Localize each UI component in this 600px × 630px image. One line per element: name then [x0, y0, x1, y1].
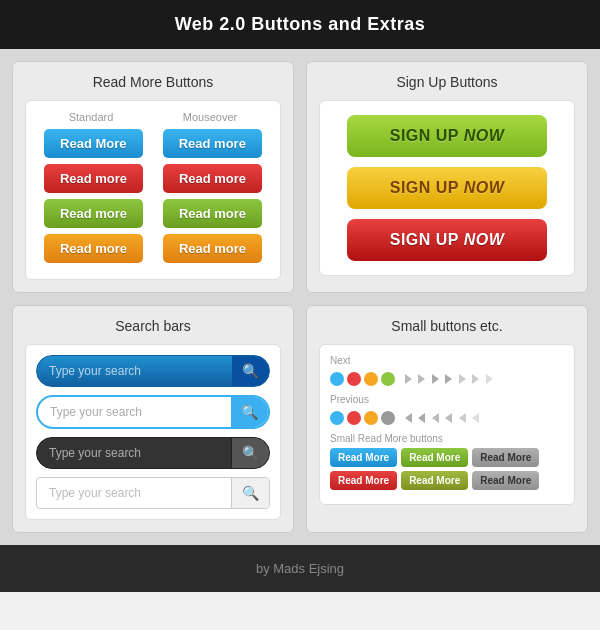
small-rm-btn-3[interactable]: Read More — [472, 448, 539, 467]
small-rm-row-1: Read More Read More Read More — [330, 448, 564, 467]
arrows-next-group — [404, 370, 494, 388]
rm-row-4: Read more Read more — [34, 234, 272, 263]
small-rm-btn-1[interactable]: Read More — [330, 448, 397, 467]
dot-gray-prev[interactable] — [381, 411, 395, 425]
arrow-prev-6[interactable] — [472, 413, 479, 423]
small-inner: Next Previous — [319, 344, 575, 505]
small-rm-label: Small Read More buttons — [330, 433, 564, 444]
arrow-prev-1[interactable] — [405, 413, 412, 423]
read-more-title: Read More Buttons — [25, 74, 281, 90]
search-btn-blue-light[interactable]: 🔍 — [231, 397, 268, 427]
arrow-next-3[interactable] — [432, 374, 439, 384]
rm-btn-orange-std[interactable]: Read more — [44, 234, 143, 263]
arrow-next-1[interactable] — [405, 374, 412, 384]
prev-label: Previous — [330, 394, 564, 405]
search-btn-blue-dark[interactable]: 🔍 — [232, 356, 269, 386]
signup-red-pre: SIGN UP — [390, 231, 459, 248]
rm-btn-red-std[interactable]: Read more — [44, 164, 143, 193]
small-rm-btn-5[interactable]: Read More — [401, 471, 468, 490]
page-title: Web 2.0 Buttons and Extras — [175, 14, 426, 34]
small-rm-btn-6[interactable]: Read More — [472, 471, 539, 490]
rm-btn-green-over[interactable]: Read more — [163, 199, 262, 228]
search-input-blue-light[interactable] — [38, 398, 231, 426]
small-buttons-title: Small buttons etc. — [319, 318, 575, 334]
rm-column-headers: Standard Mouseover — [34, 111, 272, 123]
small-rm-btn-4[interactable]: Read More — [330, 471, 397, 490]
dot-green[interactable] — [381, 372, 395, 386]
search-title: Search bars — [25, 318, 281, 334]
signup-btn-red[interactable]: SIGN UP NOW — [347, 219, 547, 261]
signup-yellow-now: NOW — [464, 179, 505, 196]
search-bar-blue-dark: 🔍 — [36, 355, 270, 387]
arrow-prev-5[interactable] — [459, 413, 466, 423]
signup-btn-yellow[interactable]: SIGN UP NOW — [347, 167, 547, 209]
search-bar-black: 🔍 — [36, 437, 270, 469]
signup-green-pre: SIGN UP — [390, 127, 459, 144]
rm-btn-orange-over[interactable]: Read more — [163, 234, 262, 263]
small-rm-btn-2[interactable]: Read More — [401, 448, 468, 467]
signup-green-now: NOW — [464, 127, 505, 144]
rm-btn-blue-std[interactable]: Read More — [44, 129, 142, 158]
rm-btn-green-std[interactable]: Read more — [44, 199, 143, 228]
arrow-prev-3[interactable] — [432, 413, 439, 423]
arrow-prev-2[interactable] — [418, 413, 425, 423]
signup-red-now: NOW — [464, 231, 505, 248]
signup-inner: SIGN UP NOW SIGN UP NOW SIGN UP NOW — [319, 100, 575, 276]
small-rm-row-2: Read More Read More Read More — [330, 471, 564, 490]
search-input-blue-dark[interactable] — [37, 357, 232, 385]
rm-btn-red-over[interactable]: Read more — [163, 164, 262, 193]
read-more-inner: Standard Mouseover Read More Read more R… — [25, 100, 281, 280]
dot-cyan[interactable] — [330, 372, 344, 386]
arrow-next-2[interactable] — [418, 374, 425, 384]
signup-btn-green[interactable]: SIGN UP NOW — [347, 115, 547, 157]
arrow-next-5[interactable] — [459, 374, 466, 384]
arrow-next-7[interactable] — [486, 374, 493, 384]
dot-cyan-prev[interactable] — [330, 411, 344, 425]
search-panel: Search bars 🔍 🔍 🔍 🔍 — [12, 305, 294, 533]
footer-text: by Mads Ejsing — [256, 561, 344, 576]
dot-orange[interactable] — [364, 372, 378, 386]
read-more-panel: Read More Buttons Standard Mouseover Rea… — [12, 61, 294, 293]
dot-red[interactable] — [347, 372, 361, 386]
arrows-prev-group — [404, 409, 480, 427]
signup-panel: Sign Up Buttons SIGN UP NOW SIGN UP NOW … — [306, 61, 588, 293]
search-btn-black[interactable]: 🔍 — [231, 438, 269, 468]
mouseover-label: Mouseover — [183, 111, 237, 123]
dot-red-prev[interactable] — [347, 411, 361, 425]
search-inner: 🔍 🔍 🔍 🔍 — [25, 344, 281, 520]
rm-btn-blue-over[interactable]: Read more — [163, 129, 262, 158]
rm-row-2: Read more Read more — [34, 164, 272, 193]
search-bar-blue-light: 🔍 — [36, 395, 270, 429]
rm-row-3: Read more Read more — [34, 199, 272, 228]
page-header: Web 2.0 Buttons and Extras — [0, 0, 600, 49]
small-buttons-panel: Small buttons etc. Next — [306, 305, 588, 533]
search-input-black[interactable] — [37, 439, 231, 467]
search-input-plain[interactable] — [37, 479, 231, 507]
dot-orange-prev[interactable] — [364, 411, 378, 425]
arrow-next-6[interactable] — [472, 374, 479, 384]
arrow-next-4[interactable] — [445, 374, 452, 384]
standard-label: Standard — [69, 111, 114, 123]
next-label: Next — [330, 355, 564, 366]
main-content: Read More Buttons Standard Mouseover Rea… — [0, 49, 600, 545]
signup-title: Sign Up Buttons — [319, 74, 575, 90]
next-dots-row — [330, 370, 564, 388]
search-btn-plain[interactable]: 🔍 — [231, 478, 269, 508]
rm-row-1: Read More Read more — [34, 129, 272, 158]
footer: by Mads Ejsing — [0, 545, 600, 592]
arrow-prev-4[interactable] — [445, 413, 452, 423]
signup-yellow-pre: SIGN UP — [390, 179, 459, 196]
search-bar-plain: 🔍 — [36, 477, 270, 509]
prev-dots-row — [330, 409, 564, 427]
